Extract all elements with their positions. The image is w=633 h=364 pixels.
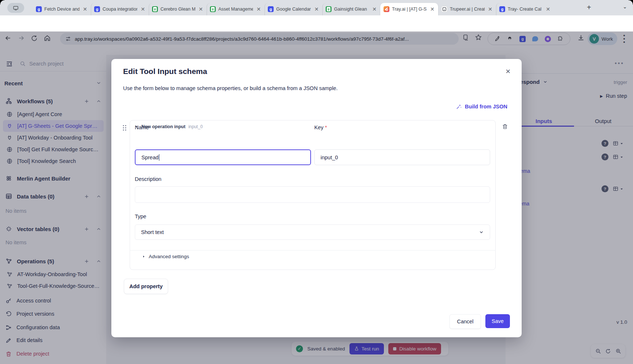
browser-tab[interactable]: Asset Manageme ✕ bbox=[207, 3, 264, 15]
browser-tab[interactable]: Trupeer.ai | Creat ✕ bbox=[438, 3, 496, 15]
tab-list: g Fetch Device and ✕ g Coupa integration… bbox=[33, 3, 554, 15]
tab-title: Tray.ai | [AT] G-S bbox=[392, 7, 427, 12]
sheets-favicon bbox=[326, 6, 332, 12]
type-label: Type bbox=[135, 213, 146, 219]
sheets-favicon bbox=[152, 6, 158, 12]
tab-close-icon[interactable]: ✕ bbox=[140, 7, 146, 12]
browser-tab[interactable]: g Fetch Device and ✕ bbox=[33, 3, 91, 15]
device-icon bbox=[13, 5, 19, 11]
divider bbox=[130, 250, 496, 250]
description-input[interactable] bbox=[135, 186, 490, 203]
key-label: Key * bbox=[314, 125, 327, 130]
name-value: Spread bbox=[141, 155, 159, 160]
modal-title: Edit Tool Input schema bbox=[123, 67, 207, 76]
property-key-badge: input_0 bbox=[188, 124, 203, 129]
tab-close-icon[interactable]: ✕ bbox=[545, 7, 551, 12]
tab-title: Tray- Create Cal bbox=[508, 7, 543, 12]
browser-tab[interactable]: Gainsight Glean ✕ bbox=[322, 3, 380, 15]
tab-close-icon[interactable]: ✕ bbox=[198, 7, 204, 12]
advanced-settings-toggle[interactable]: Advanced settings bbox=[142, 254, 189, 259]
drag-handle-icon[interactable] bbox=[122, 125, 127, 131]
glean-favicon: g bbox=[268, 6, 274, 12]
tab-close-icon[interactable]: ✕ bbox=[371, 7, 377, 12]
add-property-button[interactable]: Add property bbox=[124, 279, 168, 294]
description-label: Description bbox=[135, 176, 162, 182]
type-select[interactable]: Short text bbox=[135, 224, 490, 240]
edit-tool-input-schema-modal: Edit Tool Input schema ✕ Use the form be… bbox=[111, 59, 522, 337]
delete-property-icon[interactable] bbox=[502, 123, 508, 130]
browser-tab-strip: g Fetch Device and ✕ g Coupa integration… bbox=[0, 0, 633, 15]
tab-title: Asset Manageme bbox=[218, 7, 253, 12]
tab-close-icon[interactable]: ✕ bbox=[429, 7, 435, 12]
browser-tab[interactable]: g Tray- Create Cal ✕ bbox=[496, 3, 554, 15]
required-asterisk: * bbox=[325, 125, 327, 130]
tab-overflow-chevron-icon[interactable]: ⌄ bbox=[623, 4, 627, 10]
tab-close-icon[interactable]: ✕ bbox=[82, 7, 88, 12]
tab-title: Google Calendar bbox=[276, 7, 311, 12]
glean-favicon: g bbox=[94, 6, 100, 12]
tab-close-icon[interactable]: ✕ bbox=[256, 7, 262, 12]
tab-title: Fetch Device and bbox=[44, 7, 79, 12]
glean-favicon: g bbox=[499, 6, 505, 12]
name-input[interactable]: Spread bbox=[135, 149, 311, 165]
modal-subtitle: Use the form below to manage schema prop… bbox=[123, 85, 338, 91]
tab-search-button[interactable] bbox=[7, 3, 24, 13]
text-cursor bbox=[159, 154, 160, 161]
tray-favicon bbox=[384, 6, 389, 12]
type-value: Short text bbox=[141, 229, 164, 235]
browser-tab[interactable]: Cerebro Glean M ✕ bbox=[149, 3, 207, 15]
trupeer-favicon bbox=[441, 6, 447, 12]
browser-tab[interactable]: g Coupa integration ✕ bbox=[91, 3, 149, 15]
tab-title: Trupeer.ai | Creat bbox=[450, 7, 485, 12]
browser-tab-active[interactable]: Tray.ai | [AT] G-S ✕ bbox=[380, 3, 438, 15]
expand-triangle-icon bbox=[142, 255, 145, 258]
tab-close-icon[interactable]: ✕ bbox=[487, 7, 493, 12]
key-value: input_0 bbox=[321, 155, 338, 160]
name-label: Name bbox=[135, 125, 149, 130]
window-corner bbox=[629, 0, 633, 4]
chevron-down-icon bbox=[479, 230, 484, 235]
key-input[interactable]: input_0 bbox=[314, 149, 490, 165]
window-corner bbox=[0, 0, 4, 4]
tab-title: Coupa integration bbox=[103, 7, 137, 12]
tab-close-icon[interactable]: ✕ bbox=[314, 7, 319, 12]
tab-title: Gainsight Glean bbox=[334, 7, 369, 12]
save-button[interactable]: Save bbox=[485, 314, 510, 328]
sheets-favicon bbox=[210, 6, 216, 12]
screen: g Fetch Device and ✕ g Coupa integration… bbox=[0, 0, 633, 364]
browser-tab[interactable]: g Google Calendar ✕ bbox=[264, 3, 322, 15]
build-from-json-link[interactable]: Build from JSON bbox=[456, 104, 507, 109]
new-tab-button[interactable]: + bbox=[587, 3, 591, 12]
cancel-button[interactable]: Cancel bbox=[449, 314, 481, 329]
magic-wand-icon bbox=[456, 104, 462, 109]
browser-toolbar: app.tray.io/workspaces/0a0902a6-a532-49f… bbox=[0, 15, 633, 31]
tab-title: Cerebro Glean M bbox=[160, 7, 195, 12]
close-icon[interactable]: ✕ bbox=[506, 68, 511, 75]
glean-favicon: g bbox=[36, 6, 42, 12]
